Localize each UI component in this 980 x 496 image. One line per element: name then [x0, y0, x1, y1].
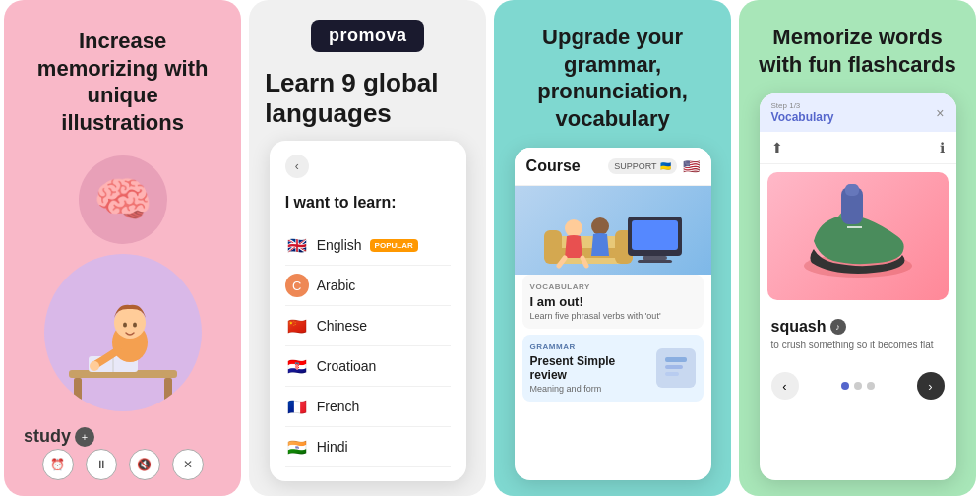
panel1-title: Increase memorizing with unique illustra… [24, 28, 221, 136]
flag-croatian: 🇭🇷 [285, 354, 309, 378]
lang-name-arabic: Arabic [317, 278, 356, 293]
support-badge: SUPPORT 🇺🇦 [608, 158, 676, 174]
dot-2 [854, 382, 862, 390]
flag-hindi: 🇮🇳 [285, 435, 309, 459]
header-actions: SUPPORT 🇺🇦 🇺🇸 [608, 158, 699, 174]
study-label-area: study + [24, 426, 94, 447]
flag-chinese: 🇨🇳 [285, 314, 309, 338]
svg-point-15 [591, 217, 609, 235]
panel-languages: promova Learn 9 global languages ‹ I wan… [249, 0, 486, 496]
person-svg [59, 283, 187, 411]
learn-prompt: I want to learn: [285, 194, 451, 212]
person-illustration [44, 254, 202, 411]
svg-rect-13 [549, 248, 628, 258]
back-button[interactable]: ‹ [285, 155, 309, 178]
word-audio-icon[interactable]: ♪ [830, 319, 846, 335]
svg-rect-17 [632, 220, 678, 250]
promova-logo: promova [311, 20, 425, 52]
panel2-title: Learn 9 global languages [265, 68, 470, 129]
lang-item-croatian[interactable]: 🇭🇷 Croatioan [285, 346, 451, 387]
dot-3 [867, 382, 875, 390]
panel4-title: Memorize words with fun flashcards [755, 24, 960, 78]
word-title: squash ♪ [771, 318, 945, 336]
lang-name-croatian: Croatioan [317, 358, 377, 374]
svg-rect-1 [74, 378, 82, 402]
close-btn[interactable]: ✕ [172, 449, 204, 480]
flag-french: 🇫🇷 [285, 395, 309, 418]
info-icon[interactable]: ℹ [940, 140, 945, 155]
grammar-sub: Meaning and form [530, 384, 648, 394]
step-area: Step 1/3 Vocabulary [771, 101, 834, 124]
bottom-controls: ⏰ ⏸ 🔇 ✕ [42, 449, 204, 480]
svg-rect-18 [643, 256, 667, 260]
shoe-image [767, 172, 949, 300]
nav-controls: ‹ › [760, 372, 956, 409]
lang-name-chinese: Chinese [317, 318, 367, 334]
svg-rect-28 [845, 184, 859, 196]
dot-1 [841, 382, 849, 390]
phone-mockup-2: ‹ I want to learn: 🇬🇧 English POPULAR C … [270, 141, 466, 481]
pause-btn[interactable]: ⏸ [86, 449, 117, 480]
grammar-thumbnail [656, 348, 696, 388]
lesson-scene-svg [529, 187, 697, 274]
close-button[interactable]: × [936, 105, 944, 121]
svg-point-14 [565, 219, 582, 237]
svg-point-6 [114, 307, 146, 339]
phone3-header: Course SUPPORT 🇺🇦 🇺🇸 [515, 148, 711, 186]
grammar-title: Present Simple review [530, 354, 648, 382]
phone-mockup-4: Step 1/3 Vocabulary × ⬆ ℹ [760, 93, 956, 480]
share-icon[interactable]: ⬆ [771, 140, 783, 155]
grammar-tag: GRAMMAR [530, 342, 648, 351]
lesson-image [515, 186, 711, 275]
flag-icon-ukraine: 🇺🇦 [660, 161, 671, 171]
svg-rect-2 [164, 378, 172, 402]
svg-point-8 [123, 323, 127, 328]
lang-name-english: English [317, 237, 362, 253]
lang-item-french[interactable]: 🇫🇷 French [285, 387, 451, 427]
mute-btn[interactable]: 🔇 [129, 449, 160, 480]
panel-memorizing: Increase memorizing with unique illustra… [4, 0, 241, 496]
person-circle [44, 254, 202, 411]
shoe-svg [784, 182, 932, 290]
phone-header: ‹ [285, 155, 451, 178]
lang-item-chinese[interactable]: 🇨🇳 Chinese [285, 306, 451, 346]
next-arrow[interactable]: › [917, 372, 945, 400]
lang-name-hindi: Hindi [317, 439, 348, 455]
panel-flashcards: Memorize words with fun flashcards Step … [739, 0, 976, 496]
word-text: squash [771, 318, 827, 336]
lang-item-arabic[interactable]: C Arabic [285, 266, 451, 306]
prev-arrow[interactable]: ‹ [771, 372, 799, 400]
study-icon: + [75, 427, 94, 447]
language-flags: 🇺🇸 [683, 158, 700, 174]
vocab-title: I am out! [530, 294, 696, 309]
grammar-text: GRAMMAR Present Simple review Meaning an… [530, 342, 648, 394]
lang-item-english[interactable]: 🇬🇧 English POPULAR [285, 225, 451, 266]
grammar-card[interactable]: GRAMMAR Present Simple review Meaning an… [522, 335, 704, 402]
progress-dots [841, 382, 875, 390]
word-section: squash ♪ to crush something so it become… [760, 308, 956, 372]
brain-illustration: 🧠 [79, 155, 167, 244]
svg-rect-20 [665, 357, 687, 362]
lang-item-hindi[interactable]: 🇮🇳 Hindi [285, 427, 451, 467]
phone-mockup-3: Course SUPPORT 🇺🇦 🇺🇸 [515, 148, 711, 480]
timer-btn[interactable]: ⏰ [42, 449, 74, 480]
svg-rect-21 [665, 365, 683, 369]
vocab-tag: VOCABULARY [530, 282, 696, 291]
phone4-toolbar: ⬆ ℹ [760, 132, 956, 164]
svg-point-9 [133, 323, 137, 328]
panel3-title: Upgrade your grammar, pronunciation, voc… [510, 24, 715, 132]
flag-english: 🇬🇧 [285, 233, 309, 257]
svg-rect-19 [638, 260, 672, 263]
svg-rect-22 [665, 372, 679, 376]
lang-name-french: French [317, 399, 360, 414]
support-text: SUPPORT [614, 161, 656, 171]
phone4-header: Step 1/3 Vocabulary × [760, 93, 956, 132]
brain-emoji: 🧠 [93, 172, 153, 227]
grammar-icon [661, 353, 691, 383]
study-text: study [24, 426, 71, 447]
vocab-card[interactable]: VOCABULARY I am out! Learn five phrasal … [522, 275, 704, 329]
vocab-section-label: Vocabulary [771, 110, 834, 124]
panel-grammar: Upgrade your grammar, pronunciation, voc… [494, 0, 731, 496]
svg-rect-11 [544, 230, 562, 264]
svg-point-7 [90, 361, 99, 371]
